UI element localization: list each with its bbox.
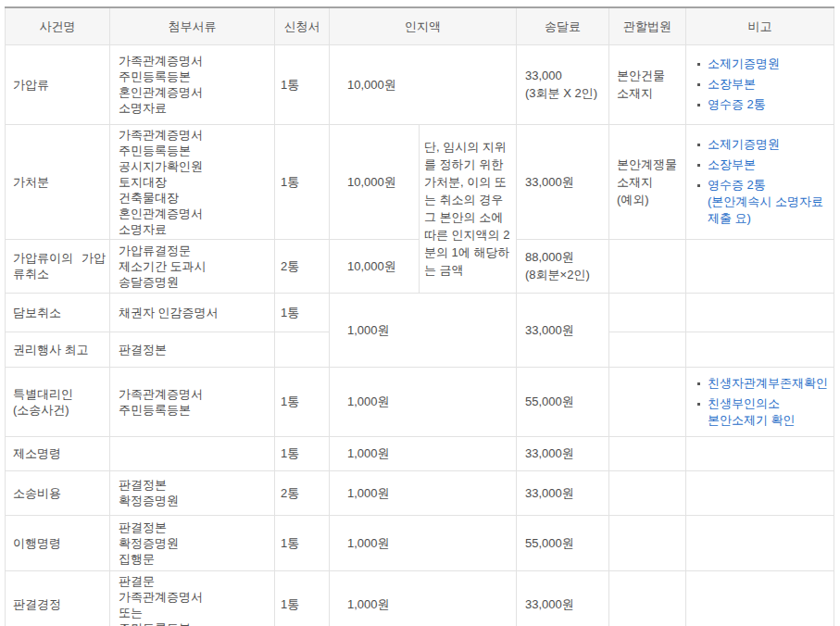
empty-remarks-cell [686, 293, 834, 332]
empty-court-cell [609, 239, 686, 293]
bullet-icon [697, 63, 700, 66]
case-name-cell: 가처분 [6, 124, 110, 239]
empty-docs-cell [110, 436, 275, 470]
empty-court-cell [609, 470, 686, 515]
attached-docs-cell: 판결문 가족관계증명서 또는 주민등록등본 [110, 570, 275, 626]
table-row: 특별대리인 (소송사건) 가족관계증명서 주민등록등본 1통 1,000원 55… [6, 367, 834, 436]
attached-docs-cell: 가족관계증명서 주민등록등본 [110, 367, 275, 436]
header-stamp-fee: 인지액 [330, 7, 517, 44]
bullet-icon [697, 184, 700, 187]
attached-docs-cell: 가족관계증명서 주민등록등본 혼인관계증명서 소명자료 [110, 44, 275, 124]
service-fee-cell: 33,000 (3회분 X 2인) [517, 44, 609, 124]
remark-item: 소장부본 [697, 76, 828, 93]
empty-court-cell [609, 515, 686, 570]
bullet-icon [697, 382, 700, 385]
remarks-cell: 친생자관계부존재확인 친생부인의소 본안소제기 확인 [686, 367, 834, 436]
empty-remarks-cell [686, 515, 834, 570]
attached-docs-cell: 가족관계증명서 주민등록등본 공시지가확인원 토지대장 건축물대장 혼인관계증명… [110, 124, 275, 239]
empty-remarks-cell [686, 436, 834, 470]
case-name-cell: 이행명령 [6, 515, 110, 570]
bullet-icon [697, 104, 700, 106]
application-cell: 1통 [275, 436, 330, 470]
service-fee-cell: 55,000원 [517, 515, 609, 570]
case-name-cell: 특별대리인 (소송사건) [6, 367, 110, 436]
remark-item: 친생부인의소 본안소제기 확인 [697, 395, 828, 429]
remarks-cell: 소제기증명원 소장부본 영수증 2통 (본안계속시 소명자료 제출 요) [686, 124, 834, 239]
attached-docs-cell: 판결정본 확정증명원 [110, 470, 275, 515]
remark-item: 친생자관계부존재확인 [697, 375, 828, 392]
stamp-fee-note-cell: 단, 임시의 지위를 정하기 위한 가처분, 이의 또는 취소의 경우 그 본안… [420, 124, 517, 293]
attached-docs-cell: 가압류결정문 제소기간 도과시 송달증명원 [110, 239, 275, 293]
court-cell: 본안계쟁물 소재지 (예외) [609, 124, 686, 239]
remark-link[interactable]: 영수증 2통 (본안계속시 소명자료 제출 요) [708, 177, 823, 227]
court-fee-table-page: 사건명 첨부서류 신청서 인지액 송달료 관할법원 비고 가압류 가족관계증명서… [0, 0, 840, 626]
bullet-icon [697, 164, 700, 167]
stamp-fee-cell: 1,000원 [330, 570, 517, 626]
service-fee-cell: 88,000원 (8회분×2인) [517, 239, 609, 293]
table-row: 소송비용 판결정본 확정증명원 2통 1,000원 33,000원 [6, 470, 834, 515]
header-court: 관할법원 [609, 7, 686, 44]
service-fee-cell: 33,000원 [517, 124, 609, 239]
remark-link[interactable]: 소장부본 [708, 156, 756, 173]
service-fee-cell: 33,000원 [517, 436, 609, 470]
service-fee-cell: 33,000원 [517, 470, 609, 515]
table-row: 이행명령 판결정본 확정증명원 집행문 1통 1,000원 55,000원 [6, 515, 834, 570]
table-row: 제소명령 1통 1,000원 33,000원 [6, 436, 834, 470]
court-cell: 본안건물 소재지 [609, 44, 686, 124]
bullet-icon [697, 403, 700, 406]
header-case-name: 사건명 [6, 7, 110, 44]
stamp-fee-cell: 1,000원 [330, 293, 517, 367]
table-row: 가처분 가족관계증명서 주민등록등본 공시지가확인원 토지대장 건축물대장 혼인… [6, 124, 834, 239]
remark-item: 소장부본 [697, 156, 828, 173]
case-name-cell: 권리행사 최고 [6, 332, 110, 367]
remark-link[interactable]: 친생자관계부존재확인 [708, 375, 828, 392]
remark-link[interactable]: 소제기증명원 [708, 56, 780, 72]
empty-court-cell [609, 570, 686, 626]
stamp-fee-cell: 10,000원 [330, 239, 420, 293]
attached-docs-cell: 판결정본 확정증명원 집행문 [110, 515, 275, 570]
stamp-fee-cell: 10,000원 [330, 124, 420, 239]
table-row: 담보취소 채권자 인감증명서 1통 1,000원 33,000원 [6, 293, 834, 332]
remark-link[interactable]: 친생부인의소 본안소제기 확인 [708, 395, 796, 429]
remark-link[interactable]: 영수증 2통 [708, 96, 766, 113]
table-row: 가압류 가족관계증명서 주민등록등본 혼인관계증명서 소명자료 1통 10,00… [6, 44, 834, 124]
attached-docs-cell: 채권자 인감증명서 [110, 293, 275, 332]
remark-item: 영수증 2통 [697, 96, 828, 113]
empty-remarks-cell [686, 470, 834, 515]
service-fee-cell: 55,000원 [517, 367, 609, 436]
case-name-cell: 소송비용 [6, 470, 110, 515]
bullet-icon [697, 144, 700, 146]
remark-link[interactable]: 소제기증명원 [708, 136, 780, 153]
header-remark: 비고 [686, 7, 834, 44]
application-cell: 1통 [275, 367, 330, 436]
application-cell: 1통 [275, 515, 330, 570]
empty-remarks-cell [686, 332, 834, 367]
remark-item: 소제기증명원 [697, 136, 828, 153]
table-row: 판결경정 판결문 가족관계증명서 또는 주민등록등본 1통 1,000원 33,… [6, 570, 834, 626]
empty-court-cell [609, 332, 686, 367]
stamp-fee-cell: 1,000원 [330, 470, 517, 515]
header-application: 신청서 [275, 7, 330, 44]
service-fee-cell: 33,000원 [517, 570, 609, 626]
remark-item: 영수증 2통 (본안계속시 소명자료 제출 요) [697, 177, 828, 227]
service-fee-cell: 33,000원 [517, 293, 609, 367]
attached-docs-cell: 판결정본 [110, 332, 275, 367]
application-cell: 1통 [275, 570, 330, 626]
stamp-fee-cell: 1,000원 [330, 436, 517, 470]
stamp-fee-cell: 10,000원 [330, 44, 517, 124]
empty-court-cell [609, 293, 686, 332]
header-service-fee: 송달료 [517, 7, 609, 44]
case-name-cell: 가압류 [6, 44, 110, 124]
case-name-cell: 제소명령 [6, 436, 110, 470]
empty-remarks-cell [686, 570, 834, 626]
application-cell: 2통 [275, 239, 330, 293]
remarks-cell: 소제기증명원 소장부본 영수증 2통 [686, 44, 834, 124]
empty-court-cell [609, 436, 686, 470]
case-name-cell: 담보취소 [6, 293, 110, 332]
empty-remarks-cell [686, 239, 834, 293]
application-cell: 1통 [275, 124, 330, 239]
empty-court-cell [609, 367, 686, 436]
application-cell: 2통 [275, 470, 330, 515]
remark-link[interactable]: 소장부본 [708, 76, 756, 93]
bullet-icon [697, 83, 700, 86]
